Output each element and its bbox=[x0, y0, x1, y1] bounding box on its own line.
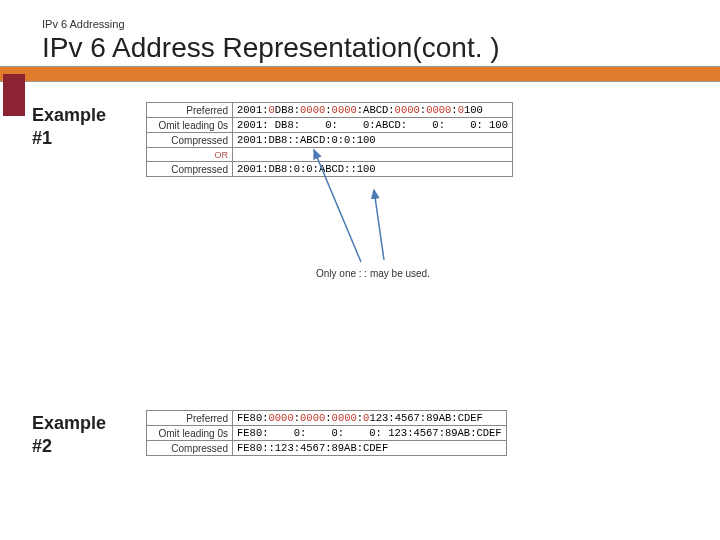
example-2-table-area: Preferred FE80:0000:0000:0000:0123:4567:… bbox=[146, 410, 507, 459]
table-row: Omit leading 0s FE80: 0: 0: 0: 123:4567:… bbox=[147, 426, 507, 441]
addr2-preferred: FE80:0000:0000:0000:0123:4567:89AB:CDEF bbox=[233, 411, 507, 426]
accent-block bbox=[3, 74, 25, 116]
table-row: Preferred 2001:0DB8:0000:0000:ABCD:0000:… bbox=[147, 103, 513, 118]
example-2-table: Preferred FE80:0000:0000:0000:0123:4567:… bbox=[146, 410, 507, 456]
example-1-label: Example #1 bbox=[32, 102, 130, 177]
table-row-or: OR bbox=[147, 148, 513, 162]
row-label-preferred: Preferred bbox=[147, 103, 233, 118]
row-label-preferred-2: Preferred bbox=[147, 411, 233, 426]
table-row: Compressed FE80::123:4567:89AB:CDEF bbox=[147, 441, 507, 456]
row-label-compressed-2: Compressed bbox=[147, 162, 233, 177]
row-label-compressed: Compressed bbox=[147, 133, 233, 148]
table-row: Compressed 2001:DB8:0:0:ABCD::100 bbox=[147, 162, 513, 177]
note-text: Only one : : may be used. bbox=[316, 268, 430, 279]
addr-preferred: 2001:0DB8:0000:0000:ABCD:0000:0000:0100 bbox=[233, 103, 513, 118]
page-title: IPv 6 Address Representation(cont. ) bbox=[42, 32, 720, 64]
addr-compressed-2: 2001:DB8:0:0:ABCD::100 bbox=[233, 162, 513, 177]
row-label-compressed-3: Compressed bbox=[147, 441, 233, 456]
example-1-table-area: Preferred 2001:0DB8:0000:0000:ABCD:0000:… bbox=[146, 102, 720, 177]
row-label-or: OR bbox=[147, 148, 233, 162]
example-2-label: Example #2 bbox=[32, 410, 130, 459]
addr2-omit: FE80: 0: 0: 0: 123:4567:89AB:CDEF bbox=[233, 426, 507, 441]
table-row: Omit leading 0s 2001: DB8: 0: 0:ABCD: 0:… bbox=[147, 118, 513, 133]
row-label-omit-2: Omit leading 0s bbox=[147, 426, 233, 441]
empty-cell bbox=[233, 148, 513, 162]
pre-title: IPv 6 Addressing bbox=[42, 18, 720, 30]
slide-header: IPv 6 Addressing IPv 6 Address Represent… bbox=[0, 0, 720, 64]
addr-omit: 2001: DB8: 0: 0:ABCD: 0: 0: 100 bbox=[233, 118, 513, 133]
addr-compressed-1: 2001:DB8::ABCD:0:0:100 bbox=[233, 133, 513, 148]
row-label-omit: Omit leading 0s bbox=[147, 118, 233, 133]
addr2-compressed: FE80::123:4567:89AB:CDEF bbox=[233, 441, 507, 456]
svg-line-1 bbox=[374, 190, 384, 260]
table-row: Compressed 2001:DB8::ABCD:0:0:100 bbox=[147, 133, 513, 148]
example-1-table: Preferred 2001:0DB8:0000:0000:ABCD:0000:… bbox=[146, 102, 513, 177]
orange-divider bbox=[0, 66, 720, 82]
table-row: Preferred FE80:0000:0000:0000:0123:4567:… bbox=[147, 411, 507, 426]
